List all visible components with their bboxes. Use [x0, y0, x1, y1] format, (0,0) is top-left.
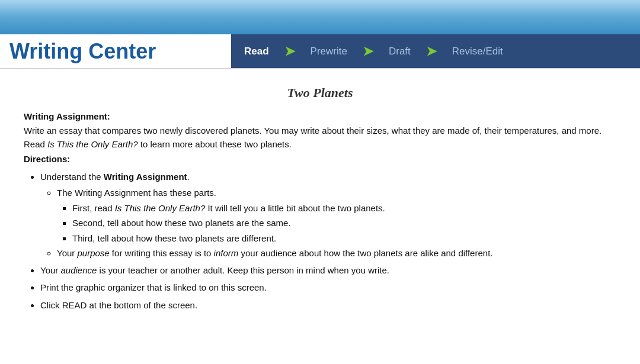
list-item-understand: Understand the Writing Assignment. The W… [40, 170, 616, 260]
list-item-print: Print the graphic organizer that is link… [40, 281, 616, 294]
top-banner [0, 0, 640, 34]
tab-prewrite[interactable]: Prewrite [297, 34, 360, 68]
main-bullet-list: Understand the Writing Assignment. The W… [24, 170, 616, 312]
tab-revise-edit[interactable]: Revise/Edit [439, 34, 516, 68]
directions-label: Directions: [24, 154, 616, 164]
list-item-second: Second, tell about how these two planets… [72, 216, 616, 230]
mid-bullet-list: The Writing Assignment has these parts. … [40, 186, 616, 260]
list-item-purpose: Your purpose for writing this essay is t… [57, 246, 616, 260]
header-row: Writing Center Read ➤ Prewrite ➤ Draft ➤… [0, 34, 640, 69]
main-content: Two Planets Writing Assignment: Write an… [0, 69, 640, 333]
arrow-icon-2: ➤ [363, 44, 373, 59]
bullet1-text: Understand the Writing Assignment. [40, 172, 190, 182]
page-title-heading: Writing Center [9, 39, 156, 64]
list-item-click-read: Click READ at the bottom of the screen. [40, 298, 616, 312]
writing-assignment-text: Write an essay that compares two newly d… [24, 124, 616, 152]
header-title-area: Writing Center [0, 34, 231, 68]
list-item-parts: The Writing Assignment has these parts. [57, 186, 616, 199]
document-title: Two Planets [24, 85, 616, 101]
nav-tabs: Read ➤ Prewrite ➤ Draft ➤ Revise/Edit [231, 34, 640, 68]
writing-assignment-label: Writing Assignment: [24, 111, 616, 121]
list-item-first: First, read Is This the Only Earth? It w… [72, 201, 616, 215]
list-item-audience: Your audience is your teacher or another… [40, 263, 616, 277]
tab-read[interactable]: Read [231, 34, 282, 68]
tab-draft[interactable]: Draft [376, 34, 424, 68]
inner-bullet-list: First, read Is This the Only Earth? It w… [57, 201, 616, 245]
arrow-icon-3: ➤ [426, 44, 437, 59]
arrow-icon-1: ➤ [284, 44, 295, 59]
list-item-third: Third, tell about how these two planets … [72, 231, 616, 245]
